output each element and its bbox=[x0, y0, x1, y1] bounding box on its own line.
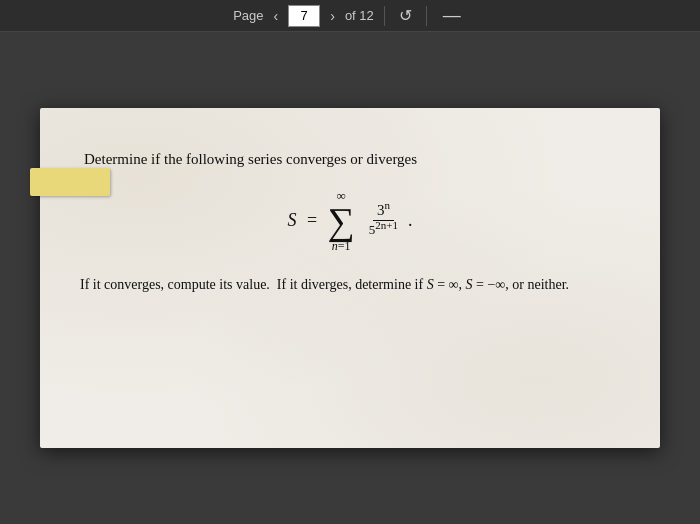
sigma-notation: ∞ ∑ n=1 bbox=[328, 189, 355, 252]
toolbar: Page ‹ › of 12 ↺ — bbox=[0, 0, 700, 32]
series-variable: S bbox=[288, 210, 297, 231]
denominator: 52n+1 bbox=[365, 221, 402, 238]
math-formula: S = ∞ ∑ n=1 3n 52n+1 . bbox=[80, 189, 620, 252]
numerator-exponent: n bbox=[384, 199, 390, 211]
sigma-lower-bound: n=1 bbox=[332, 240, 351, 252]
total-pages-label: of 12 bbox=[345, 8, 374, 23]
fraction-expression: 3n 52n+1 bbox=[365, 202, 402, 238]
separator2 bbox=[426, 6, 427, 26]
equals-sign: = bbox=[303, 210, 322, 231]
paper: Determine if the following series conver… bbox=[40, 108, 660, 448]
denominator-exponent: 2n+1 bbox=[375, 219, 398, 231]
sticky-note-decoration bbox=[30, 168, 110, 196]
formula-inline: S = ∞ ∑ n=1 3n 52n+1 . bbox=[288, 189, 413, 252]
prev-page-button[interactable]: ‹ bbox=[270, 7, 283, 25]
page-number-input[interactable] bbox=[288, 5, 320, 27]
page-label: Page bbox=[233, 8, 263, 23]
sigma-symbol: ∑ bbox=[328, 202, 355, 240]
problem-statement: Determine if the following series conver… bbox=[80, 148, 620, 171]
document-area: Determine if the following series conver… bbox=[0, 32, 700, 524]
next-page-button[interactable]: › bbox=[326, 7, 339, 25]
period: . bbox=[408, 210, 413, 231]
footer-instruction: If it converges, compute its value. If i… bbox=[80, 274, 620, 296]
separator bbox=[384, 6, 385, 26]
refresh-button[interactable]: ↺ bbox=[395, 4, 416, 27]
minimize-button[interactable]: — bbox=[437, 3, 467, 28]
